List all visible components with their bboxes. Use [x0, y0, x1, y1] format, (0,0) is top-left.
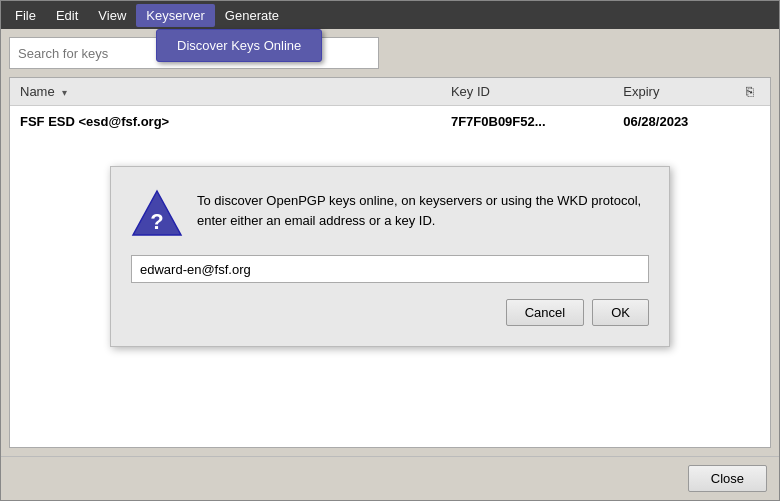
row-name: FSF ESD <esd@fsf.org> [10, 106, 441, 138]
keys-table: Name ▾ Key ID Expiry ⎘ FSF ESD <esd@fsf.… [10, 78, 770, 137]
menubar: File Edit View Keyserver Generate Discov… [1, 1, 779, 29]
sort-icon: ▾ [62, 87, 67, 98]
bottom-bar: Close [1, 456, 779, 500]
col-header-name[interactable]: Name ▾ [10, 78, 441, 106]
col-header-icon: ⎘ [731, 78, 770, 106]
svg-text:?: ? [150, 209, 163, 234]
menu-edit[interactable]: Edit [46, 4, 88, 27]
main-content: Name ▾ Key ID Expiry ⎘ FSF ESD <esd@fsf.… [1, 29, 779, 456]
main-window: File Edit View Keyserver Generate Discov… [0, 0, 780, 501]
close-button[interactable]: Close [688, 465, 767, 492]
row-keyid: 7F7F0B09F52... [441, 106, 613, 138]
dropdown-item-discover-keys-online[interactable]: Discover Keys Online [157, 32, 321, 59]
dialog-description: To discover OpenPGP keys online, on keys… [197, 187, 649, 230]
menu-generate[interactable]: Generate [215, 4, 289, 27]
table-row[interactable]: FSF ESD <esd@fsf.org> 7F7F0B09F52... 06/… [10, 106, 770, 138]
keyserver-dropdown: Discover Keys Online [156, 29, 322, 62]
discover-keys-dialog: ? To discover OpenPGP keys online, on ke… [110, 166, 670, 347]
dialog-question-icon: ? [131, 187, 183, 239]
dialog-ok-button[interactable]: OK [592, 299, 649, 326]
col-header-expiry: Expiry [613, 78, 731, 106]
search-bar [9, 37, 771, 69]
menu-file[interactable]: File [5, 4, 46, 27]
col-header-keyid: Key ID [441, 78, 613, 106]
dialog-cancel-button[interactable]: Cancel [506, 299, 584, 326]
row-export [731, 106, 770, 138]
row-expiry: 06/28/2023 [613, 106, 731, 138]
dialog-body: ? To discover OpenPGP keys online, on ke… [131, 187, 649, 239]
menu-view[interactable]: View [88, 4, 136, 27]
menu-keyserver[interactable]: Keyserver [136, 4, 215, 27]
dialog-input-row [131, 255, 649, 283]
dialog-buttons: Cancel OK [131, 299, 649, 326]
dialog-email-input[interactable] [131, 255, 649, 283]
export-icon: ⎘ [746, 84, 754, 99]
